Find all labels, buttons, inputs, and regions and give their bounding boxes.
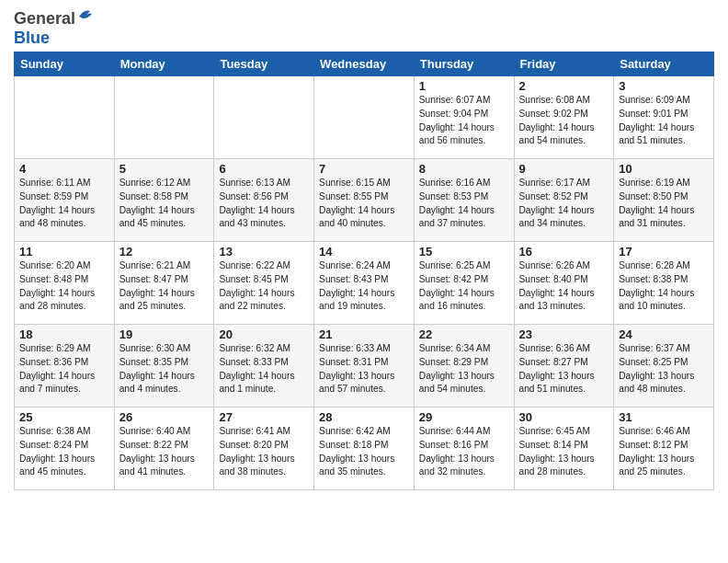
calendar-cell	[15, 76, 115, 159]
day-info: Sunrise: 6:09 AM Sunset: 9:01 PM Dayligh…	[619, 94, 709, 148]
day-info: Sunrise: 6:34 AM Sunset: 8:29 PM Dayligh…	[419, 342, 509, 396]
day-info: Sunrise: 6:11 AM Sunset: 8:59 PM Dayligh…	[19, 177, 109, 231]
calendar-cell: 3Sunrise: 6:09 AM Sunset: 9:01 PM Daylig…	[614, 76, 714, 159]
calendar-cell: 25Sunrise: 6:38 AM Sunset: 8:24 PM Dayli…	[15, 408, 115, 490]
calendar-cell: 9Sunrise: 6:17 AM Sunset: 8:52 PM Daylig…	[514, 159, 614, 242]
calendar-week-2: 11Sunrise: 6:20 AM Sunset: 8:48 PM Dayli…	[15, 242, 714, 325]
day-info: Sunrise: 6:41 AM Sunset: 8:20 PM Dayligh…	[219, 425, 309, 479]
day-number: 29	[419, 410, 509, 424]
day-info: Sunrise: 6:37 AM Sunset: 8:25 PM Dayligh…	[619, 342, 709, 396]
day-number: 3	[619, 79, 709, 93]
calendar-cell: 23Sunrise: 6:36 AM Sunset: 8:27 PM Dayli…	[514, 325, 614, 408]
day-number: 23	[519, 327, 609, 341]
header-friday: Friday	[514, 52, 614, 76]
header-wednesday: Wednesday	[314, 52, 415, 76]
day-info: Sunrise: 6:40 AM Sunset: 8:22 PM Dayligh…	[119, 425, 210, 479]
day-info: Sunrise: 6:13 AM Sunset: 8:56 PM Dayligh…	[219, 177, 309, 231]
day-number: 19	[119, 327, 210, 341]
calendar-cell: 27Sunrise: 6:41 AM Sunset: 8:20 PM Dayli…	[214, 408, 314, 490]
day-number: 6	[219, 162, 309, 176]
day-info: Sunrise: 6:22 AM Sunset: 8:45 PM Dayligh…	[219, 259, 309, 314]
calendar-cell: 21Sunrise: 6:33 AM Sunset: 8:31 PM Dayli…	[314, 325, 415, 408]
day-number: 31	[619, 410, 709, 424]
day-number: 27	[219, 410, 309, 424]
day-info: Sunrise: 6:33 AM Sunset: 8:31 PM Dayligh…	[319, 342, 409, 396]
calendar-table: SundayMondayTuesdayWednesdayThursdayFrid…	[14, 52, 714, 490]
day-number: 13	[219, 245, 309, 259]
day-number: 25	[19, 410, 109, 424]
calendar-cell: 4Sunrise: 6:11 AM Sunset: 8:59 PM Daylig…	[15, 159, 115, 242]
calendar-cell: 13Sunrise: 6:22 AM Sunset: 8:45 PM Dayli…	[214, 242, 314, 325]
day-info: Sunrise: 6:25 AM Sunset: 8:42 PM Dayligh…	[419, 259, 509, 314]
day-info: Sunrise: 6:38 AM Sunset: 8:24 PM Dayligh…	[19, 425, 109, 479]
calendar-cell: 31Sunrise: 6:46 AM Sunset: 8:12 PM Dayli…	[614, 408, 714, 490]
day-number: 7	[319, 162, 409, 176]
day-info: Sunrise: 6:28 AM Sunset: 8:38 PM Dayligh…	[619, 259, 709, 314]
day-info: Sunrise: 6:19 AM Sunset: 8:50 PM Dayligh…	[619, 177, 709, 231]
day-number: 8	[419, 162, 509, 176]
day-info: Sunrise: 6:15 AM Sunset: 8:55 PM Dayligh…	[319, 177, 409, 231]
calendar-week-4: 25Sunrise: 6:38 AM Sunset: 8:24 PM Dayli…	[15, 408, 714, 490]
logo-blue-text: Blue	[14, 29, 50, 47]
day-info: Sunrise: 6:21 AM Sunset: 8:47 PM Dayligh…	[119, 259, 210, 314]
calendar-cell: 10Sunrise: 6:19 AM Sunset: 8:50 PM Dayli…	[614, 159, 714, 242]
day-info: Sunrise: 6:46 AM Sunset: 8:12 PM Dayligh…	[619, 425, 709, 479]
day-info: Sunrise: 6:16 AM Sunset: 8:53 PM Dayligh…	[419, 177, 509, 231]
calendar-cell: 11Sunrise: 6:20 AM Sunset: 8:48 PM Dayli…	[15, 242, 115, 325]
day-number: 17	[619, 245, 709, 259]
day-info: Sunrise: 6:30 AM Sunset: 8:35 PM Dayligh…	[119, 342, 210, 396]
day-number: 9	[519, 162, 609, 176]
calendar-cell: 8Sunrise: 6:16 AM Sunset: 8:53 PM Daylig…	[414, 159, 514, 242]
day-number: 5	[119, 162, 210, 176]
day-number: 26	[119, 410, 210, 424]
day-number: 10	[619, 162, 709, 176]
day-number: 16	[519, 245, 609, 259]
day-number: 4	[19, 162, 109, 176]
calendar-header-row: SundayMondayTuesdayWednesdayThursdayFrid…	[15, 52, 714, 76]
day-info: Sunrise: 6:20 AM Sunset: 8:48 PM Dayligh…	[19, 259, 109, 314]
day-number: 22	[419, 327, 509, 341]
calendar-cell: 16Sunrise: 6:26 AM Sunset: 8:40 PM Dayli…	[514, 242, 614, 325]
day-number: 21	[319, 327, 409, 341]
calendar-cell: 18Sunrise: 6:29 AM Sunset: 8:36 PM Dayli…	[15, 325, 115, 408]
day-number: 2	[519, 79, 609, 93]
header-monday: Monday	[114, 52, 214, 76]
day-info: Sunrise: 6:12 AM Sunset: 8:58 PM Dayligh…	[119, 177, 210, 231]
calendar-cell: 12Sunrise: 6:21 AM Sunset: 8:47 PM Dayli…	[114, 242, 214, 325]
calendar-cell: 26Sunrise: 6:40 AM Sunset: 8:22 PM Dayli…	[114, 408, 214, 490]
day-number: 11	[19, 245, 109, 259]
calendar-cell: 5Sunrise: 6:12 AM Sunset: 8:58 PM Daylig…	[114, 159, 214, 242]
calendar-cell	[214, 76, 314, 159]
header-sunday: Sunday	[15, 52, 115, 76]
calendar-cell	[114, 76, 214, 159]
calendar-cell: 14Sunrise: 6:24 AM Sunset: 8:43 PM Dayli…	[314, 242, 415, 325]
header-saturday: Saturday	[614, 52, 714, 76]
day-number: 15	[419, 245, 509, 259]
header-tuesday: Tuesday	[214, 52, 314, 76]
calendar-cell: 19Sunrise: 6:30 AM Sunset: 8:35 PM Dayli…	[114, 325, 214, 408]
calendar-week-3: 18Sunrise: 6:29 AM Sunset: 8:36 PM Dayli…	[15, 325, 714, 408]
calendar-cell: 1Sunrise: 6:07 AM Sunset: 9:04 PM Daylig…	[414, 76, 514, 159]
logo: General Blue	[14, 9, 97, 48]
calendar-week-1: 4Sunrise: 6:11 AM Sunset: 8:59 PM Daylig…	[15, 159, 714, 242]
day-info: Sunrise: 6:08 AM Sunset: 9:02 PM Dayligh…	[519, 94, 609, 148]
calendar-cell: 24Sunrise: 6:37 AM Sunset: 8:25 PM Dayli…	[614, 325, 714, 408]
day-number: 20	[219, 327, 309, 341]
day-info: Sunrise: 6:26 AM Sunset: 8:40 PM Dayligh…	[519, 259, 609, 314]
page-header: General Blue	[14, 9, 714, 48]
calendar-cell: 20Sunrise: 6:32 AM Sunset: 8:33 PM Dayli…	[214, 325, 314, 408]
calendar-cell: 30Sunrise: 6:45 AM Sunset: 8:14 PM Dayli…	[514, 408, 614, 490]
day-number: 24	[619, 327, 709, 341]
calendar-cell: 7Sunrise: 6:15 AM Sunset: 8:55 PM Daylig…	[314, 159, 415, 242]
day-info: Sunrise: 6:44 AM Sunset: 8:16 PM Dayligh…	[419, 425, 509, 479]
day-number: 12	[119, 245, 210, 259]
day-number: 14	[319, 245, 409, 259]
calendar-week-0: 1Sunrise: 6:07 AM Sunset: 9:04 PM Daylig…	[15, 76, 714, 159]
calendar-cell: 2Sunrise: 6:08 AM Sunset: 9:02 PM Daylig…	[514, 76, 614, 159]
day-info: Sunrise: 6:45 AM Sunset: 8:14 PM Dayligh…	[519, 425, 609, 479]
day-info: Sunrise: 6:07 AM Sunset: 9:04 PM Dayligh…	[419, 94, 509, 148]
calendar-cell: 29Sunrise: 6:44 AM Sunset: 8:16 PM Dayli…	[414, 408, 514, 490]
day-number: 30	[519, 410, 609, 424]
day-number: 18	[19, 327, 109, 341]
day-info: Sunrise: 6:29 AM Sunset: 8:36 PM Dayligh…	[19, 342, 109, 396]
